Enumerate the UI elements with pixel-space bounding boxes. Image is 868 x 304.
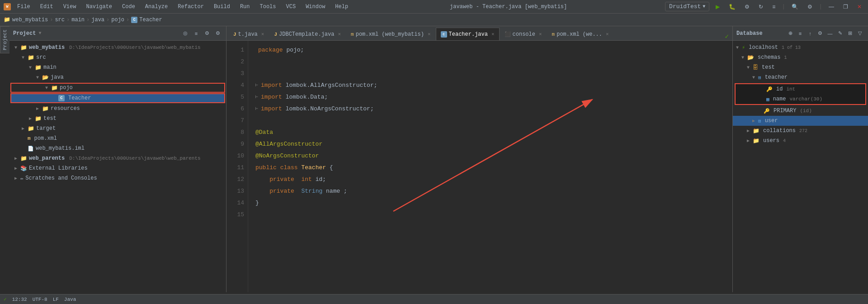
menu-refactor[interactable]: Refactor: [174, 3, 208, 11]
status-encoding: UTF-8: [33, 297, 47, 302]
db-item-test[interactable]: ▼ 🗄 test: [733, 62, 868, 72]
run-config[interactable]: DruidTest ▼: [665, 2, 709, 11]
xml-icon: m: [28, 136, 31, 141]
panel-settings-btn[interactable]: ⚙: [203, 29, 212, 38]
panel-header: Project ▼ ◎ ≡ ⚙ ⚙: [9, 26, 226, 41]
tree-item-resources[interactable]: ▶ 📁 resources: [9, 104, 226, 114]
tree-item-ext-libs[interactable]: ▶ 📚 External Libraries: [9, 163, 226, 173]
db-item-collations[interactable]: ▶ 📁 collations 272: [733, 126, 868, 136]
tab-pom-we[interactable]: m pom.xml (we... ×: [547, 28, 614, 40]
breadcrumb-pojo[interactable]: pojo: [111, 17, 124, 23]
menu-code[interactable]: Code: [118, 3, 139, 11]
menu-edit[interactable]: Edit: [37, 3, 57, 11]
db-badge: 4: [783, 138, 786, 143]
tree-item-iml[interactable]: ▶ 📄 web_mybatis.iml: [9, 143, 226, 153]
tree-item-java[interactable]: ▼ 📂 java: [9, 72, 226, 82]
breadcrumb-teacher[interactable]: Teacher: [139, 17, 162, 23]
expand-icon: ▼: [20, 55, 26, 60]
db-item-teacher[interactable]: ▼ ⊞ teacher: [733, 72, 868, 82]
code-line-10: @NoArgsConstructor: [255, 150, 725, 162]
teacher-class-icon: C: [441, 31, 447, 38]
toolbar-more[interactable]: ≡: [769, 3, 778, 11]
tab-close-icon[interactable]: ×: [261, 32, 264, 37]
schema-icon: 🗄: [753, 64, 758, 71]
tab-close-icon[interactable]: ×: [338, 32, 341, 37]
close-button[interactable]: ✕: [854, 3, 864, 11]
tab-close-icon[interactable]: ×: [428, 32, 431, 37]
expand-icon: ▼: [35, 75, 40, 80]
db-refresh-btn[interactable]: ⊕: [786, 29, 795, 38]
db-item-users[interactable]: ▶ 📁 users 4: [733, 136, 868, 146]
breadcrumb-project[interactable]: web_mybatis: [12, 17, 48, 23]
tree-item-pom[interactable]: ▶ m pom.xml: [9, 133, 226, 143]
menu-build[interactable]: Build: [210, 3, 234, 11]
tab-close-icon[interactable]: ×: [606, 32, 609, 37]
code-editor[interactable]: package pojo; ⊢ import lombok.AllArgsCon…: [248, 41, 732, 292]
db-minus-btn[interactable]: —: [826, 29, 835, 38]
tree-item-scratches[interactable]: ▶ ✏ Scratches and Consoles: [9, 173, 226, 183]
tree-item-test[interactable]: ▶ 📁 test: [9, 114, 226, 124]
db-col-id[interactable]: ▶ 🔑 id int: [736, 84, 865, 94]
db-settings-btn[interactable]: ⚙: [816, 29, 825, 38]
tree-item-pojo[interactable]: ▼ 📁 pojo: [10, 83, 225, 93]
status-bar: ✓ 12:32 UTF-8 LF Java: [0, 294, 868, 304]
db-col-name[interactable]: ▶ ▦ name varchar(30): [736, 94, 865, 104]
col-icon: ▦: [766, 96, 769, 102]
menu-navigate[interactable]: Navigate: [82, 3, 116, 11]
tree-item-target[interactable]: ▶ 📁 target: [9, 124, 226, 133]
run-button[interactable]: ▶: [713, 3, 722, 11]
left-side-tab-project[interactable]: Project: [0, 26, 9, 53]
panel-collapse-btn[interactable]: ≡: [192, 29, 201, 38]
class-name: Teacher: [301, 162, 326, 174]
tab-close-icon[interactable]: ×: [491, 32, 495, 37]
menu-vcs[interactable]: VCS: [283, 3, 300, 11]
tree-item-teacher[interactable]: ▼ C Teacher: [10, 93, 225, 103]
menu-file[interactable]: File: [14, 3, 34, 11]
menu-window[interactable]: Window: [302, 3, 329, 11]
debug-button[interactable]: 🐛: [726, 3, 738, 11]
tab-console[interactable]: ⬛ console ×: [500, 28, 547, 40]
toolbar-settings[interactable]: ⚙: [805, 3, 815, 11]
tree-item-main[interactable]: ▼ 📁 main: [9, 62, 226, 72]
db-up-btn[interactable]: ↑: [806, 29, 815, 38]
tree-item-src[interactable]: ▼ 📁 src: [9, 52, 226, 62]
db-item-localhost[interactable]: ▼ ⚡ localhost 1 of 13: [733, 43, 868, 52]
panel-gear-btn[interactable]: ⚙: [213, 29, 222, 38]
breadcrumb-src[interactable]: src: [55, 17, 65, 23]
maximize-button[interactable]: ❐: [840, 3, 851, 11]
tree-item-web-parents[interactable]: ▶ 📁 web_parents D:\IdeaProjects\000Users…: [9, 153, 226, 163]
tab-pom-mybatis[interactable]: m pom.xml (web_mybatis) ×: [346, 28, 435, 40]
menu-run[interactable]: Run: [236, 3, 254, 11]
minimize-button[interactable]: —: [826, 3, 837, 11]
tree-item-web-mybatis[interactable]: ▼ 📁 web_mybatis D:\IdeaProjects\000Users…: [9, 43, 226, 52]
menu-help[interactable]: Help: [331, 3, 352, 11]
tab-teacher-java[interactable]: C Teacher.java ×: [436, 28, 500, 40]
tab-t-java[interactable]: J t.java ×: [228, 28, 269, 40]
folder-icon: 📁: [753, 138, 760, 144]
breadcrumb-main[interactable]: main: [71, 17, 85, 23]
coverage-button[interactable]: ⚙: [742, 3, 752, 11]
db-index-primary[interactable]: ▶ 🔑 PRIMARY (id): [733, 106, 868, 116]
toolbar-search[interactable]: 🔍: [789, 3, 801, 11]
db-item-user[interactable]: ▶ ⊞ user: [733, 116, 868, 126]
db-collapse-btn[interactable]: ≡: [796, 29, 805, 38]
main-layout: Project Project ▼ ◎ ≡ ⚙ ⚙ ▼ 📁 web_mybati…: [0, 26, 868, 292]
db-filter-btn[interactable]: ▽: [855, 29, 864, 38]
toolbar-update[interactable]: ↻: [756, 3, 766, 11]
menu-tools[interactable]: Tools: [256, 3, 280, 11]
menu-view[interactable]: View: [60, 3, 80, 11]
panel-locate-btn[interactable]: ◎: [181, 29, 190, 38]
annotation-data: @Data: [255, 127, 273, 138]
breadcrumb-java[interactable]: java: [91, 17, 104, 23]
db-item-schemas[interactable]: ▼ 📂 schemas 1: [733, 52, 868, 62]
scratches-icon: ✏: [20, 175, 24, 182]
db-table-btn[interactable]: ⊞: [845, 29, 854, 38]
menu-analyze[interactable]: Analyze: [142, 3, 171, 11]
db-label: test: [762, 64, 775, 71]
annotation-noargs: @NoArgsConstructor: [255, 150, 319, 162]
tab-jdbctemplate[interactable]: J JDBCTemplate.java ×: [269, 28, 346, 40]
teacher-columns-box: ▶ 🔑 id int ▶ ▦ name varchar(30): [735, 83, 866, 105]
db-label: PRIMARY: [774, 108, 796, 114]
tab-close-icon[interactable]: ×: [539, 32, 542, 37]
db-edit-btn[interactable]: ✎: [835, 29, 844, 38]
